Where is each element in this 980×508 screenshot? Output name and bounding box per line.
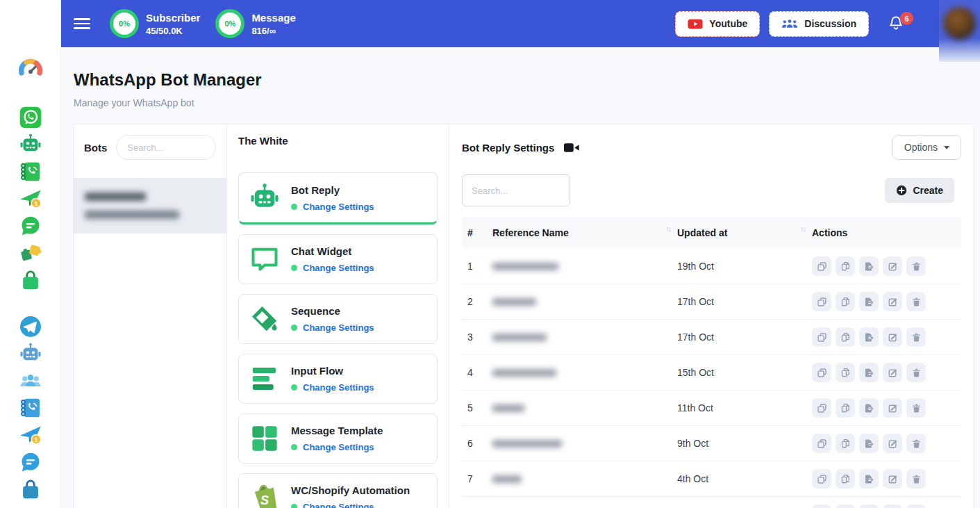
sidebar-group-whatsapp: 1 (19, 104, 42, 293)
flow-card-chat-widget[interactable]: Chat Widget Change Settings (238, 234, 438, 284)
export-button[interactable] (859, 363, 879, 382)
whatsapp-broadcast-icon[interactable]: 1 (19, 187, 42, 211)
status-dot (291, 504, 297, 508)
copy-button[interactable] (836, 256, 855, 276)
create-button[interactable]: Create (885, 178, 954, 203)
telegram-group-icon[interactable] (19, 369, 42, 393)
col-header-num: # (462, 227, 492, 238)
sort-icon-reference-name[interactable]: ↑↓ (665, 224, 670, 236)
flow-card-bot-reply[interactable]: Bot Reply Change Settings (238, 172, 438, 224)
bot-reply-settings-panel: Bot Reply Settings Options Create # (449, 124, 974, 508)
copy-button[interactable] (836, 469, 855, 489)
delete-button[interactable] (906, 469, 926, 489)
export-button[interactable] (859, 327, 879, 347)
delete-button[interactable] (906, 327, 926, 347)
whatsapp-integrations-icon[interactable] (19, 241, 42, 265)
change-settings-link[interactable]: Change Settings (303, 442, 374, 452)
bot-list-item-selected[interactable] (74, 178, 226, 233)
copy-button[interactable] (836, 363, 855, 382)
delete-button[interactable] (906, 292, 926, 311)
export-button[interactable] (859, 505, 879, 508)
clone-button[interactable] (812, 327, 831, 347)
delete-icon (911, 297, 922, 307)
plus-circle-icon (896, 185, 907, 196)
edit-button[interactable] (883, 398, 902, 418)
edit-button[interactable] (883, 434, 902, 453)
delete-button[interactable] (906, 256, 926, 276)
edit-button[interactable] (883, 256, 902, 276)
flow-card-list: Bot Reply Change Settings Chat Widget Ch… (238, 172, 438, 508)
edit-button[interactable] (883, 505, 902, 508)
export-button[interactable] (859, 434, 879, 453)
change-settings-link[interactable]: Change Settings (303, 322, 374, 333)
video-camera-icon[interactable] (563, 142, 580, 154)
delete-button[interactable] (906, 398, 926, 418)
flow-card-message-template[interactable]: Message Template Change Settings (238, 413, 438, 464)
telegram-chat-icon[interactable] (19, 450, 42, 474)
copy-button[interactable] (836, 327, 855, 347)
clone-button[interactable] (812, 469, 831, 489)
edit-icon (888, 403, 898, 413)
row-updated-at: 19th Oct (677, 261, 714, 272)
copy-button[interactable] (836, 292, 855, 311)
whatsapp-chat-icon[interactable] (19, 214, 42, 238)
clone-icon (817, 332, 827, 343)
hamburger-menu-icon[interactable] (74, 15, 90, 33)
clone-button[interactable] (812, 505, 831, 508)
telegram-bot-icon[interactable] (19, 342, 42, 366)
export-button[interactable] (859, 398, 879, 418)
flow-card-sequence[interactable]: Sequence Change Settings (238, 294, 438, 344)
delete-button[interactable] (906, 363, 926, 382)
change-settings-link[interactable]: Change Settings (303, 382, 374, 393)
change-settings-link[interactable]: Change Settings (303, 202, 374, 212)
telegram-icon[interactable] (19, 315, 42, 338)
copy-button[interactable] (836, 434, 855, 453)
delete-button[interactable] (906, 434, 926, 453)
export-button[interactable] (859, 469, 879, 489)
row-number: 1 (462, 261, 492, 272)
telegram-shop-icon[interactable] (19, 477, 42, 501)
edit-button[interactable] (883, 292, 902, 311)
whatsapp-bot-icon[interactable] (19, 133, 42, 156)
clone-button[interactable] (812, 398, 831, 418)
delete-button[interactable] (906, 505, 926, 508)
youtube-button-label: Youtube (709, 18, 747, 29)
reply-search-input[interactable] (462, 174, 570, 206)
discussion-button[interactable]: Discussion (769, 11, 869, 37)
dashboard-gauge-icon[interactable] (17, 55, 44, 83)
clone-icon (817, 297, 827, 307)
notification-count-badge: 6 (900, 12, 913, 25)
change-settings-link[interactable]: Change Settings (303, 263, 374, 273)
user-avatar[interactable] (939, 0, 980, 62)
telegram-broadcast-icon[interactable]: 1 (19, 423, 42, 447)
sidebar-group-telegram: 1 (19, 313, 42, 502)
edit-button[interactable] (883, 363, 902, 382)
whatsapp-contacts-icon[interactable] (19, 160, 42, 183)
flow-card-wc-shopify-automation[interactable]: S WC/Shopify Automation Change Settings (238, 473, 438, 508)
subscriber-value: 45/50.0K (146, 26, 200, 36)
edit-button[interactable] (883, 469, 902, 489)
clone-button[interactable] (812, 256, 831, 276)
edit-icon (888, 368, 898, 378)
clone-button[interactable] (812, 363, 831, 382)
clone-button[interactable] (812, 292, 831, 311)
flow-card-input-flow[interactable]: Input Flow Change Settings (238, 354, 438, 404)
change-settings-link[interactable]: Change Settings (303, 502, 374, 508)
clone-button[interactable] (812, 434, 831, 453)
sort-icon-updated-at[interactable]: ↑↓ (800, 224, 805, 236)
edit-button[interactable] (883, 327, 902, 347)
export-icon (864, 474, 874, 484)
export-button[interactable] (859, 292, 879, 311)
bots-search-input[interactable] (116, 135, 216, 160)
copy-button[interactable] (836, 505, 855, 508)
options-button[interactable]: Options (892, 135, 961, 160)
table-row: 6 9th Oct (462, 426, 961, 461)
telegram-contacts-icon[interactable] (19, 396, 42, 420)
notifications-button[interactable]: 6 (887, 15, 905, 33)
whatsapp-icon[interactable] (19, 106, 42, 129)
topbar: 0% Subscriber 45/50.0K 0% Message 816/∞ … (61, 0, 980, 47)
youtube-button[interactable]: Youtube (675, 11, 760, 37)
export-button[interactable] (859, 256, 879, 276)
copy-button[interactable] (836, 398, 855, 418)
whatsapp-shop-icon[interactable] (19, 268, 42, 292)
